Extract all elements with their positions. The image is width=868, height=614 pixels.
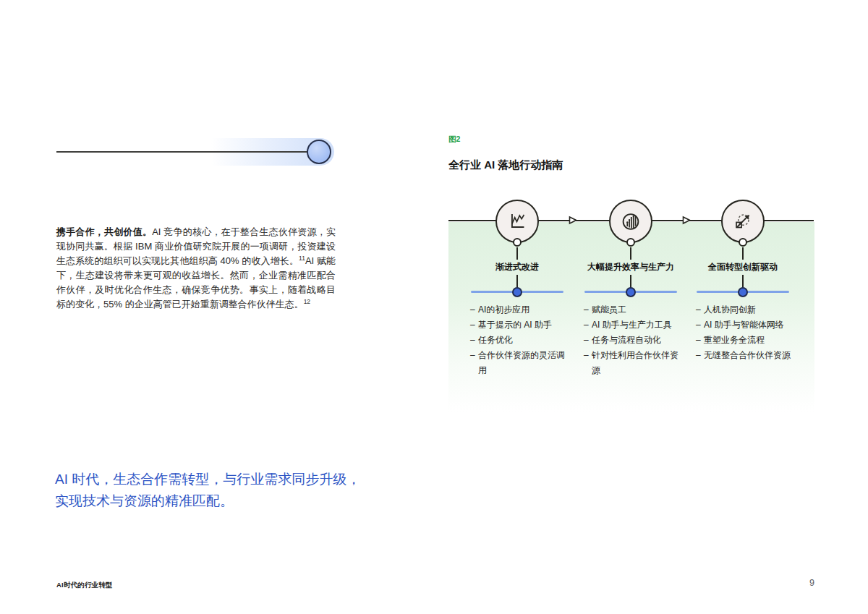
stage-item: AI的初步应用 — [470, 302, 572, 317]
stage-marker-dot — [738, 287, 748, 297]
stage-connector — [516, 247, 518, 260]
figure-title: 全行业 AI 落地行动指南 — [448, 158, 563, 172]
stage-marker-dot — [512, 287, 522, 297]
paragraph-lead: 携手合作，共创价值。 — [56, 226, 152, 237]
stage-item: 合作伙伴资源的灵活调用 — [470, 348, 572, 378]
stage-column-productivity: 大幅提升效率与生产力 赋能员工 AI 助手与生产力工具 任务与流程自动化 针对性… — [575, 194, 686, 425]
progress-knob-icon — [307, 140, 331, 164]
stage-item-list: AI的初步应用 基于提示的 AI 助手 任务优化 合作伙伴资源的灵活调用 — [470, 302, 572, 378]
stage-connector — [630, 247, 631, 260]
doc-footer-title: AI时代的行业转型 — [56, 581, 113, 590]
stage-item: 重塑业务全流程 — [696, 333, 798, 348]
stage-node — [626, 238, 635, 247]
body-paragraph: 携手合作，共创价值。AI 竞争的核心，在于整合生态伙伴资源，实现协同共赢。根据 … — [56, 225, 336, 312]
stage-item: AI 助手与生产力工具 — [584, 317, 686, 333]
stage-node — [513, 238, 522, 247]
stage-column-incremental: 渐进式改进 AI的初步应用 基于提示的 AI 助手 任务优化 合作伙伴资源的灵活… — [461, 194, 573, 425]
stage-title: 全面转型创新驱动 — [681, 261, 804, 273]
stage-column-transformation: 全面转型创新驱动 人机协同创新 AI 助手与智能体网络 重塑业务全流程 无缝整合… — [687, 194, 799, 425]
stage-item: AI 助手与智能体网络 — [696, 317, 798, 333]
stage-node — [739, 238, 747, 247]
footnote-ref: 12 — [304, 298, 310, 305]
stage-item: 任务优化 — [470, 333, 572, 348]
stage-connector — [742, 247, 744, 260]
footnote-ref: 11 — [299, 255, 305, 262]
stage-circle — [495, 200, 539, 243]
figure-diagram: 渐进式改进 AI的初步应用 基于提示的 AI 助手 任务优化 合作伙伴资源的灵活… — [448, 194, 814, 425]
stage-item: 针对性利用合作伙伴资源 — [584, 348, 686, 378]
bar-growth-icon — [618, 209, 643, 234]
line-chart-icon — [505, 209, 529, 234]
stage-circle — [721, 200, 765, 243]
page-number: 9 — [788, 578, 814, 588]
progress-line — [56, 151, 320, 153]
stage-circle — [609, 200, 652, 243]
stage-title: 渐进式改进 — [456, 261, 579, 273]
stage-item: 人机协同创新 — [696, 302, 798, 317]
pull-quote-line: 实现技术与资源的精准匹配。 — [55, 490, 395, 512]
stage-item-list: 赋能员工 AI 助手与生产力工具 任务与流程自动化 针对性利用合作伙伴资源 — [584, 302, 686, 378]
stage-item-list: 人机协同创新 AI 助手与智能体网络 重塑业务全流程 无缝整合合作伙伴资源 — [696, 302, 798, 363]
stage-marker-dot — [626, 287, 636, 297]
pull-quote-line: AI 时代，生态合作需转型，与行业需求同步升级， — [55, 469, 395, 490]
stage-title: 大幅提升效率与生产力 — [569, 261, 692, 273]
figure-label: 图2 — [448, 135, 460, 145]
stage-item: 基于提示的 AI 助手 — [470, 317, 572, 333]
pull-quote: AI 时代，生态合作需转型，与行业需求同步升级， 实现技术与资源的精准匹配。 — [55, 469, 395, 512]
transform-arrow-icon — [731, 209, 755, 234]
stage-item: 赋能员工 — [584, 302, 686, 317]
stage-item: 任务与流程自动化 — [584, 333, 686, 348]
stage-item: 无缝整合合作伙伴资源 — [696, 348, 798, 363]
report-page: 携手合作，共创价值。AI 竞争的核心，在于整合生态伙伴资源，实现协同共赢。根据 … — [0, 0, 868, 614]
